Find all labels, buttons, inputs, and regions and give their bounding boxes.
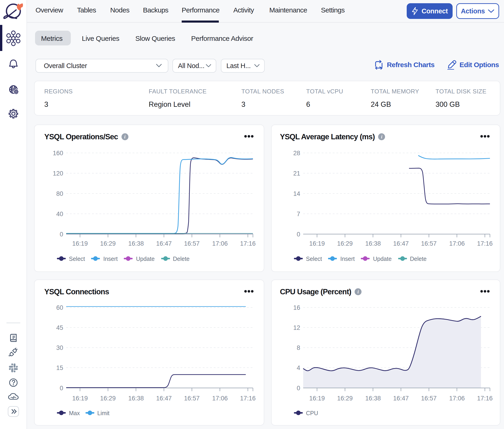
svg-text:16:57: 16:57	[421, 240, 437, 247]
svg-text:16:19: 16:19	[72, 240, 88, 247]
svg-text:16:19: 16:19	[309, 395, 325, 402]
svg-text:80: 80	[56, 190, 63, 197]
svg-text:28: 28	[293, 150, 300, 157]
svg-text:16:29: 16:29	[337, 395, 353, 402]
svg-text:4: 4	[297, 364, 300, 371]
svg-text:Insert: Insert	[103, 256, 118, 262]
svg-text:40: 40	[56, 211, 63, 217]
svg-text:16: 16	[293, 304, 300, 311]
svg-text:CPU: CPU	[306, 410, 318, 416]
svg-text:Delete: Delete	[173, 256, 190, 262]
svg-text:17:06: 17:06	[449, 240, 465, 247]
svg-text:Update: Update	[136, 256, 155, 262]
svg-text:16:29: 16:29	[100, 240, 116, 247]
svg-text:8: 8	[297, 344, 300, 351]
svg-text:160: 160	[53, 150, 63, 157]
svg-text:17:16: 17:16	[477, 240, 493, 247]
svg-text:Max: Max	[69, 410, 80, 416]
svg-text:16:29: 16:29	[337, 240, 353, 247]
svg-text:60: 60	[56, 304, 63, 311]
svg-text:7: 7	[297, 211, 300, 217]
svg-text:16:19: 16:19	[309, 240, 325, 247]
svg-text:16:47: 16:47	[156, 240, 172, 247]
svg-text:0: 0	[297, 385, 300, 392]
svg-text:30: 30	[56, 344, 63, 351]
svg-text:16:57: 16:57	[184, 240, 200, 247]
svg-text:16:38: 16:38	[128, 240, 144, 247]
svg-text:16:47: 16:47	[156, 395, 172, 402]
svg-text:16:57: 16:57	[184, 395, 200, 402]
svg-text:120: 120	[53, 170, 63, 177]
svg-text:17:16: 17:16	[477, 395, 493, 402]
svg-text:16:19: 16:19	[72, 395, 88, 402]
svg-text:17:06: 17:06	[212, 395, 228, 402]
svg-text:15: 15	[56, 364, 63, 371]
svg-text:16:57: 16:57	[421, 395, 437, 402]
svg-text:14: 14	[293, 190, 300, 197]
svg-text:16:38: 16:38	[128, 395, 144, 402]
svg-text:Select: Select	[69, 256, 85, 262]
svg-text:Insert: Insert	[340, 256, 355, 262]
svg-text:17:16: 17:16	[240, 240, 256, 247]
svg-text:0: 0	[60, 231, 63, 238]
svg-text:16:47: 16:47	[393, 395, 409, 402]
svg-text:Delete: Delete	[410, 256, 426, 262]
svg-text:16:38: 16:38	[365, 395, 381, 402]
svg-text:0: 0	[297, 231, 300, 238]
svg-text:16:29: 16:29	[100, 395, 116, 402]
svg-text:21: 21	[293, 170, 300, 177]
svg-text:16:38: 16:38	[365, 240, 381, 247]
svg-text:Select: Select	[306, 256, 322, 262]
svg-text:17:16: 17:16	[240, 395, 256, 402]
svg-text:Update: Update	[373, 256, 392, 262]
svg-text:16:47: 16:47	[393, 240, 409, 247]
svg-text:Limit: Limit	[97, 410, 109, 416]
svg-text:17:06: 17:06	[449, 395, 465, 402]
svg-text:12: 12	[293, 324, 300, 331]
svg-text:17:06: 17:06	[212, 240, 228, 247]
svg-text:0: 0	[60, 385, 63, 392]
svg-text:45: 45	[56, 324, 63, 331]
